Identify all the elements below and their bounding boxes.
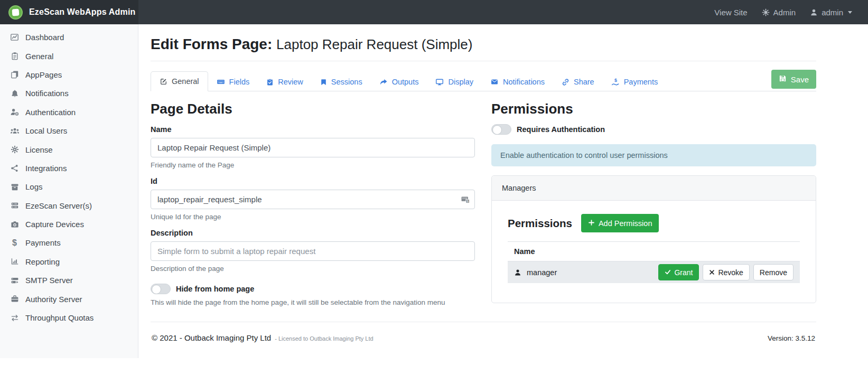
name-column-header: Name	[508, 241, 800, 261]
licensed-text: - Licensed to Outback Imaging Pty Ltd	[275, 335, 374, 342]
title-divider	[151, 61, 816, 61]
user-menu[interactable]: admin	[810, 8, 852, 17]
sidebar-item-license[interactable]: License	[0, 140, 138, 158]
generate-id-icon[interactable]: 1	[461, 194, 470, 206]
sidebar-item-reporting[interactable]: Reporting	[0, 252, 138, 271]
keyboard-icon	[217, 78, 225, 86]
requires-auth-toggle[interactable]	[491, 124, 511, 135]
check-icon	[665, 268, 671, 277]
ezescan-logo-icon	[8, 5, 23, 20]
tab-payments[interactable]: $ Payments	[603, 72, 666, 91]
description-input[interactable]	[151, 241, 475, 261]
hide-from-home-row: Hide from home page	[151, 284, 475, 294]
sidebar-item-general[interactable]: General	[0, 46, 138, 65]
tab-sessions[interactable]: Sessions	[312, 72, 371, 91]
tab-label: Display	[448, 78, 473, 86]
edit-icon	[160, 78, 167, 86]
camera-icon	[9, 220, 20, 229]
tab-label: Share	[574, 78, 594, 86]
revoke-button[interactable]: Revoke	[703, 264, 749, 280]
id-label: Id	[151, 177, 475, 185]
bell-icon	[9, 89, 20, 98]
tab-outputs[interactable]: Outputs	[371, 72, 427, 91]
tab-general[interactable]: General	[151, 71, 208, 91]
sidebar-item-label: Local Users	[25, 126, 67, 135]
tab-fields[interactable]: Fields	[208, 72, 258, 91]
version-text: Version: 3.5.12	[768, 334, 815, 342]
sidebar-item-dashboard[interactable]: Dashboard	[0, 28, 138, 46]
id-form-group: Id 1	[151, 177, 475, 221]
sidebar-item-authority-server[interactable]: Authority Server	[0, 289, 138, 308]
remove-label: Remove	[760, 268, 787, 277]
auth-info-alert: Enable authentication to control user pe…	[491, 144, 816, 166]
clipboard-icon	[9, 52, 20, 60]
managers-card-body: Permissions Add Permission	[492, 201, 816, 303]
sidebar-item-local-users[interactable]: Local Users	[0, 121, 138, 140]
id-help: Unique Id for the page	[151, 213, 475, 221]
hide-from-home-label: Hide from home page	[176, 285, 254, 293]
sidebar-item-throughput-quotas[interactable]: Throughput Quotas	[0, 308, 138, 327]
permissions-section: Permissions Requires Authentication Enab…	[491, 101, 816, 306]
tab-display[interactable]: Display	[427, 72, 482, 91]
user-icon	[810, 8, 818, 16]
sidebar-item-label: License	[25, 145, 53, 154]
sidebar-item-integrations[interactable]: Integrations	[0, 159, 138, 177]
permissions-heading: Permissions	[491, 101, 816, 117]
page-title-name: Laptop Repair Request (Simple)	[276, 36, 472, 52]
sidebar-item-smtp-server[interactable]: SMTP Server	[0, 271, 138, 289]
sidebar-item-label: Reporting	[25, 257, 60, 266]
user-key-icon	[9, 108, 20, 116]
name-label: Name	[151, 125, 475, 134]
page-details-section: Page Details Name Friendly name of the P…	[151, 101, 475, 306]
navbar-right: View Site Admin	[714, 0, 868, 24]
name-form-group: Name Friendly name of the Page	[151, 125, 475, 169]
requires-auth-label: Requires Authentication	[517, 125, 605, 134]
sidebar-item-label: Throughput Quotas	[25, 313, 94, 322]
sidebar-item-ezescan-servers[interactable]: EzeScan Server(s)	[0, 196, 138, 215]
save-button[interactable]: Save	[771, 70, 816, 89]
envelope-icon	[490, 78, 499, 86]
sidebar-item-label: General	[25, 52, 53, 61]
pages-icon	[9, 70, 20, 79]
sidebar-item-capture-devices[interactable]: Capture Devices	[0, 215, 138, 233]
exchange-icon	[9, 314, 20, 322]
permissions-subheading: Permissions	[508, 217, 572, 230]
sidebar-item-label: Logs	[25, 182, 43, 191]
revoke-label: Revoke	[718, 268, 743, 277]
managers-panel-header[interactable]: Managers	[492, 176, 816, 201]
permission-user-name: manager	[527, 268, 557, 277]
table-row: manager Grant	[508, 261, 800, 283]
description-label: Description	[151, 229, 475, 237]
gear-icon	[9, 145, 20, 154]
navbar-brand[interactable]: EzeScan WebApps Admin	[0, 0, 138, 24]
gear-icon	[762, 8, 770, 16]
tab-label: Payments	[624, 78, 658, 86]
app-window: EzeScan WebApps Admin View Site	[0, 0, 868, 375]
view-site-link[interactable]: View Site	[714, 8, 747, 17]
admin-link[interactable]: Admin	[762, 8, 796, 17]
page-footer: © 2021 - Outback Imaging Pty Ltd - Licen…	[151, 322, 816, 342]
username-label: admin	[822, 8, 843, 17]
server-icon	[9, 201, 20, 210]
copyright-text: © 2021 - Outback Imaging Pty Ltd	[152, 333, 271, 342]
add-permission-button[interactable]: Add Permission	[581, 214, 659, 232]
sidebar-item-notifications[interactable]: Notifications	[0, 84, 138, 102]
sidebar-item-apppages[interactable]: AppPages	[0, 65, 138, 84]
clipboard-check-icon	[266, 78, 274, 86]
name-input[interactable]	[151, 138, 475, 157]
sidebar-item-authentication[interactable]: Authentication	[0, 103, 138, 121]
id-input[interactable]	[151, 190, 475, 209]
tab-share[interactable]: Share	[553, 72, 603, 91]
hide-from-home-toggle[interactable]	[151, 284, 171, 294]
tab-bar: General Fields	[151, 69, 816, 91]
tab-notifications[interactable]: Notifications	[482, 72, 553, 91]
tab-review[interactable]: Review	[258, 72, 312, 91]
remove-button[interactable]: Remove	[753, 264, 794, 280]
plus-icon	[588, 219, 595, 228]
grant-button[interactable]: Grant	[658, 264, 699, 280]
caret-down-icon	[848, 11, 852, 14]
sidebar-item-payments[interactable]: $ Payments	[0, 233, 138, 252]
floppy-icon	[779, 74, 787, 84]
tab-label: Sessions	[331, 78, 362, 86]
sidebar-item-logs[interactable]: Logs	[0, 177, 138, 196]
